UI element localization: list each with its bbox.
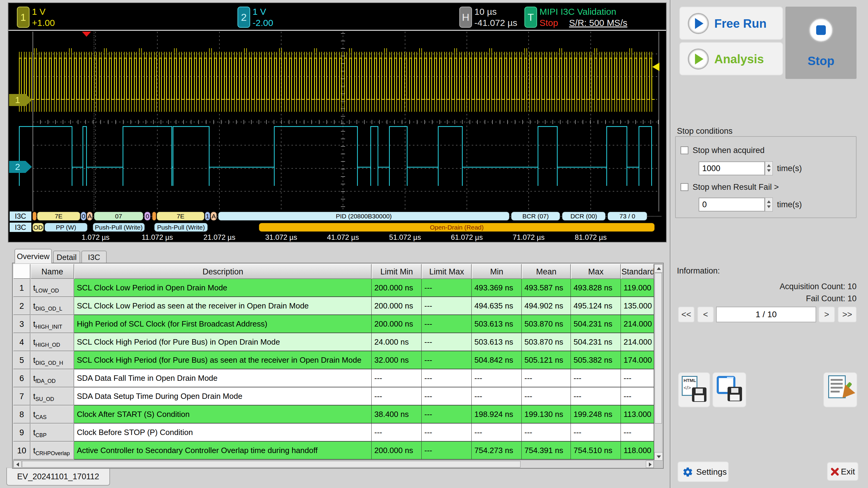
horizontal-readout[interactable]: 10 µs -41.072 µs bbox=[474, 6, 517, 28]
column-header-row-select[interactable] bbox=[13, 264, 30, 279]
decode-bubble[interactable]: Push-Pull (Write) bbox=[93, 223, 145, 232]
decode-bubble[interactable]: Push-Pull (Write) bbox=[154, 223, 208, 232]
table-row[interactable]: 6tfDA_ODSDA Data Fall Time in Open Drain… bbox=[13, 369, 654, 387]
channel1-offset: +1.00 bbox=[32, 17, 55, 28]
scroll-up-button[interactable] bbox=[654, 264, 663, 272]
column-header-Min[interactable]: Min bbox=[472, 264, 522, 279]
table-row[interactable]: 2tDIG_OD_LSCL Clock Low Period as seen a… bbox=[13, 297, 654, 315]
limit-min: --- bbox=[372, 369, 422, 387]
scroll-down-button[interactable] bbox=[654, 452, 663, 461]
column-header-Standard Dev[interactable]: Standard Dev bbox=[621, 264, 654, 279]
fail-count-input[interactable]: 0 bbox=[699, 198, 765, 212]
stop-button[interactable]: Stop bbox=[785, 7, 857, 79]
decode-bubble[interactable]: PP (W) bbox=[44, 223, 87, 232]
fail-count-spinner[interactable] bbox=[765, 198, 773, 212]
decode-bubble[interactable]: OD bbox=[33, 223, 44, 232]
trigger-level-marker-icon[interactable] bbox=[652, 63, 659, 71]
last-page-button[interactable]: >> bbox=[838, 307, 857, 322]
horizontal-scroll-thumb[interactable] bbox=[22, 461, 521, 467]
table-row[interactable]: 9tCBPClock Before STOP (P) Condition----… bbox=[13, 424, 654, 442]
decode-bus-label: I3C bbox=[10, 223, 31, 232]
analysis-button[interactable]: Analysis bbox=[679, 42, 783, 75]
stop-when-fail-checkbox[interactable] bbox=[681, 183, 688, 191]
trigger-badge[interactable]: T bbox=[524, 7, 537, 28]
decode-bubble[interactable]: 0 bbox=[81, 212, 86, 221]
file-tab[interactable]: EV_20241101_170112 bbox=[6, 467, 110, 486]
mean-value: 493.587 ns bbox=[522, 279, 571, 297]
free-run-button[interactable]: Free Run bbox=[679, 7, 783, 40]
clear-report-button[interactable] bbox=[824, 372, 857, 407]
time-axis-label: 81.072 µs bbox=[575, 233, 607, 242]
channel2-badge[interactable]: 2 bbox=[238, 7, 250, 28]
page-field[interactable]: 1 / 10 bbox=[716, 307, 816, 322]
table-row[interactable]: 8tCASClock After START (S) Condition38.4… bbox=[13, 405, 654, 424]
column-header-Limit Min[interactable]: Limit Min bbox=[372, 264, 422, 279]
decode-bubble[interactable]: 7E bbox=[37, 212, 80, 221]
decode-bubble[interactable]: 07 bbox=[94, 212, 143, 221]
tab-overview[interactable]: Overview bbox=[14, 249, 52, 263]
decode-bubble[interactable]: DCR (00) bbox=[562, 212, 606, 221]
panel-divider bbox=[670, 0, 671, 488]
measurement-name: tHIGH_INIT bbox=[30, 315, 74, 333]
acquired-count-spinner[interactable] bbox=[765, 161, 773, 175]
gear-icon bbox=[682, 466, 693, 478]
channel1-readout[interactable]: 1 V +1.00 bbox=[32, 6, 55, 28]
horizontal-badge[interactable]: H bbox=[459, 7, 472, 28]
row-number: 10 bbox=[13, 442, 30, 460]
decode-bubble[interactable]: A bbox=[211, 212, 217, 221]
exit-label: Exit bbox=[841, 467, 855, 477]
decode-marker[interactable] bbox=[152, 212, 156, 221]
app-window: 1 1 V +1.00 2 1 V -2.00 H 10 µs -41.072 … bbox=[0, 0, 868, 488]
decode-bubble[interactable]: 1 bbox=[205, 212, 210, 221]
stop-conditions-title: Stop conditions bbox=[677, 127, 733, 136]
time-axis-label: 21.072 µs bbox=[204, 233, 236, 242]
channel1-badge[interactable]: 1 bbox=[17, 7, 30, 28]
settings-button[interactable]: Settings bbox=[678, 461, 729, 482]
table-row[interactable]: 7tSU_ODSDA Data Setup Time During Open D… bbox=[13, 387, 654, 405]
sample-rate[interactable]: S/R: 500 MS/s bbox=[569, 18, 627, 28]
exit-button[interactable]: Exit bbox=[827, 462, 858, 481]
decode-bubble[interactable]: BCR (07) bbox=[511, 212, 560, 221]
decode-bubble[interactable]: PID (20800B30000) bbox=[218, 212, 509, 221]
stop-when-acquired-checkbox[interactable] bbox=[681, 147, 688, 154]
scroll-left-button[interactable] bbox=[13, 461, 22, 468]
table-row[interactable]: 10tCRHPOverlapActive Controller to Secon… bbox=[13, 442, 654, 460]
column-header-Mean[interactable]: Mean bbox=[522, 264, 571, 279]
vertical-scroll-thumb[interactable] bbox=[655, 273, 662, 424]
min-value: 754.273 ns bbox=[472, 442, 522, 460]
decode-bubble[interactable]: 0 bbox=[144, 212, 150, 221]
column-header-Description[interactable]: Description bbox=[74, 264, 372, 279]
column-header-Max[interactable]: Max bbox=[571, 264, 621, 279]
tab-i3c[interactable]: I3C bbox=[82, 251, 107, 263]
mean-value: 503.870 ns bbox=[522, 315, 571, 333]
row-number: 2 bbox=[13, 297, 30, 315]
decode-bubble[interactable]: 73 / 0 bbox=[608, 212, 647, 221]
table-row[interactable]: 5tDIG_OD_HSCL Clock High Period (for Pur… bbox=[13, 351, 654, 369]
decode-bubble[interactable]: A bbox=[87, 212, 93, 221]
min-value: 503.613 ns bbox=[472, 315, 522, 333]
column-header-Name[interactable]: Name bbox=[30, 264, 74, 279]
column-header-Limit Max[interactable]: Limit Max bbox=[422, 264, 472, 279]
table-vertical-scrollbar[interactable] bbox=[654, 264, 662, 460]
waveform-plot[interactable] bbox=[8, 32, 667, 212]
table-row[interactable]: 3tHIGH_INITHigh Period of SCL Clock (for… bbox=[13, 315, 654, 333]
table-horizontal-scrollbar[interactable] bbox=[13, 460, 654, 468]
acquired-count-input[interactable]: 1000 bbox=[699, 161, 765, 175]
decode-bubble[interactable]: Open-Drain (Read) bbox=[259, 223, 655, 232]
first-page-button[interactable]: << bbox=[678, 307, 694, 322]
channel2-readout[interactable]: 1 V -2.00 bbox=[253, 6, 273, 28]
next-page-button[interactable]: > bbox=[818, 307, 835, 322]
table-row[interactable]: 1tLOW_ODSCL Clock Low Period in Open Dra… bbox=[13, 279, 654, 297]
mean-value: --- bbox=[522, 387, 571, 405]
trigger-time-marker-icon[interactable] bbox=[82, 32, 91, 37]
scroll-right-button[interactable] bbox=[646, 461, 654, 468]
save-html-report-button[interactable]: HTML </> bbox=[678, 372, 710, 407]
decode-marker[interactable] bbox=[33, 212, 36, 221]
tab-detail[interactable]: Detail bbox=[53, 251, 80, 263]
stop-when-acquired-label: Stop when acquired bbox=[692, 146, 765, 155]
table-row[interactable]: 4tHIGH_ODSCL Clock High Period (for Pure… bbox=[13, 333, 654, 351]
limit-max: --- bbox=[422, 333, 472, 351]
decode-bubble[interactable]: 7E bbox=[157, 212, 204, 221]
save-screen-button[interactable] bbox=[712, 372, 746, 407]
prev-page-button[interactable]: < bbox=[698, 307, 714, 322]
